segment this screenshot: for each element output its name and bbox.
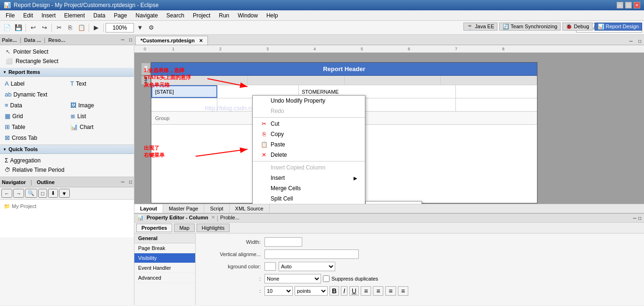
team-sync-perspective[interactable]: 🔄 Team Synchronizing [499,23,561,31]
rectangle-select-tool[interactable]: ⬜ Rectangle Select [4,56,130,66]
font-size-select[interactable]: 10 [264,286,293,296]
nav-collapse[interactable]: □ [38,189,47,198]
ctx-cut[interactable]: ✂ Cut [253,119,365,129]
close-tab-icon[interactable]: ✕ [199,38,203,43]
menu-help[interactable]: Help [263,11,282,20]
data-row2-cell1[interactable] [151,98,217,111]
toolbar-paste[interactable]: 📋 [76,23,87,33]
customers-tab[interactable]: *Customers.rptdesign ✕ [135,36,208,45]
report-item-text[interactable]: T Text [67,79,132,89]
properties-tab[interactable]: Properties [136,224,172,232]
nav-refresh[interactable]: 🔍 [25,189,37,198]
data-cell-4[interactable] [456,85,537,98]
data-row2-cell4[interactable] [456,98,537,111]
problems-tab[interactable]: Proble... [220,215,239,221]
menu-file[interactable]: File [2,11,18,20]
nav-back[interactable]: ← [1,189,12,198]
ctx-insert[interactable]: Insert ▶ [253,173,365,183]
col-header-4[interactable] [441,76,537,85]
ctx-delete[interactable]: ✕ Delete [253,150,365,160]
align-center-button[interactable]: ≡ [373,286,383,296]
menu-data[interactable]: Data [90,11,109,20]
report-items-header[interactable]: ▼ Report Items [0,68,134,77]
maximize-button[interactable]: □ [625,2,632,8]
property-close-icon[interactable]: ✕ [211,215,215,221]
menu-project[interactable]: Project [189,11,214,20]
report-item-label[interactable]: A Label [2,79,66,89]
toolbar-redo[interactable]: ↪ [39,23,50,33]
prop-minimize-icon[interactable]: ─ [633,216,636,221]
ctx-paste[interactable]: 📋 Paste [253,139,365,150]
align-left-button[interactable]: ≡ [361,286,371,296]
menu-search[interactable]: Search [163,11,188,20]
ctx-split[interactable]: Split Cell [253,193,365,204]
report-item-dynamic-text[interactable]: ab Dynamic Text [2,89,132,99]
font-units-select[interactable]: points [295,286,328,296]
event-handler-row[interactable]: Event Handler [134,263,195,273]
java-ee-perspective[interactable]: ☕ Java EE [463,23,497,31]
report-item-grid[interactable]: ▦ Grid [2,111,66,121]
underline-button[interactable]: U [349,286,359,296]
xml-source-tab[interactable]: XML Source [230,204,270,213]
menu-run[interactable]: Run [215,11,233,20]
toolbar-cut[interactable]: ✂ [54,23,64,33]
ctx-copy[interactable]: ⎘ Copy [253,129,365,139]
menu-insert[interactable]: Insert [38,11,59,20]
toolbar-run[interactable]: ▶ [91,23,101,33]
nav-forward[interactable]: → [13,189,24,198]
nav-dropdown[interactable]: ▼ [59,189,70,198]
report-item-cross-tab[interactable]: ⊠ Cross Tab [2,133,66,143]
prop-maximize-icon[interactable]: □ [638,216,641,221]
menu-navigate[interactable]: Navigate [132,11,161,20]
title-bar-controls[interactable]: ─ □ ✕ [617,2,640,8]
width-input[interactable] [264,237,302,247]
toolbar-save[interactable]: 💾 [13,23,24,33]
layout-tab[interactable]: Layout [134,204,163,213]
align-justify-button[interactable]: ≡ [398,286,408,296]
editor-maximize-icon[interactable]: □ [636,38,644,45]
menu-page[interactable]: Page [110,11,131,20]
relative-time-tool[interactable]: ⏱ Relative Time Period [2,165,132,175]
palette-maximize-icon[interactable]: □ [129,37,132,42]
nav-link[interactable]: ⬇ [48,189,58,198]
pointer-select-tool[interactable]: ↖ Pointer Select [4,47,130,56]
toolbar-undo[interactable]: ↩ [28,23,38,33]
submenu-above[interactable]: Above [366,201,421,204]
master-page-tab[interactable]: Master Page [163,204,204,213]
zoom-box[interactable]: 100% [106,23,134,32]
close-button[interactable]: ✕ [634,2,640,8]
nav-maximize-icon[interactable]: □ [129,179,132,185]
minimize-button[interactable]: ─ [617,2,623,8]
menu-edit[interactable]: Edit [19,11,37,20]
report-item-image[interactable]: 🖼 Image [67,100,132,110]
toolbar-extra[interactable]: ⚙ [146,23,157,33]
col-header-2[interactable] [248,76,345,85]
script-tab[interactable]: Script [204,204,229,213]
advanced-row[interactable]: Advanced [134,273,195,283]
highlights-tab[interactable]: Highlights [197,224,230,232]
vertical-align-input[interactable] [264,250,359,259]
align-right-button[interactable]: ≡ [385,286,396,296]
bold-button[interactable]: B [330,286,339,296]
debug-perspective[interactable]: 🐞 Debug [562,23,592,31]
bg-color-swatch[interactable] [264,262,276,271]
ctx-undo[interactable]: Undo Modify Property [253,96,365,106]
suppress-duplicates-checkbox[interactable] [323,275,330,282]
report-item-chart[interactable]: 📊 Chart [67,122,132,132]
bg-color-select[interactable]: Auto White Black [279,262,335,271]
menu-element[interactable]: Element [60,11,89,20]
editor-minimize-icon[interactable]: ─ [627,38,636,45]
col-header-3[interactable] [345,76,441,85]
report-item-data[interactable]: ≡ Data [2,100,66,110]
report-item-list[interactable]: ≣ List [67,111,132,121]
italic-button[interactable]: I [341,286,347,296]
map-tab[interactable]: Map [174,224,194,232]
toolbar-copy[interactable]: ⎘ [65,23,75,33]
ctx-merge[interactable]: Merge Cells [253,183,365,193]
menu-window[interactable]: Window [234,11,262,20]
visibility-row[interactable]: Visibility [134,253,195,263]
none-select[interactable]: None [264,274,321,283]
palette-minimize-icon[interactable]: ─ [121,37,124,42]
page-break-row[interactable]: Page Break [134,243,195,253]
toolbar-new[interactable]: 📄 [2,23,12,33]
